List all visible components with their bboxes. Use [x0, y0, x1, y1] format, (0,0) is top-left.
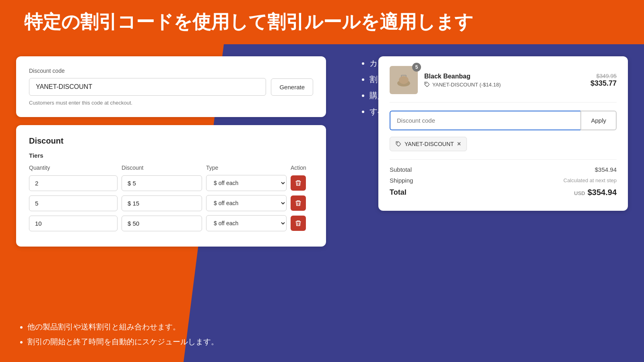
quantity-input-2[interactable]	[29, 195, 118, 211]
product-row: 5 Black Beanbag YANET-DISCOUNT (-$14.18)…	[390, 66, 617, 103]
original-price: $349.95	[590, 73, 617, 79]
discount-input-1[interactable]	[122, 175, 202, 191]
product-pricing: $349.95 $335.77	[590, 73, 617, 88]
discount-input-2[interactable]	[122, 195, 202, 211]
col-action: Action	[291, 165, 323, 171]
svg-point-6	[397, 142, 398, 143]
col-quantity: Quantity	[29, 165, 118, 171]
product-image-wrapper: 5	[390, 66, 418, 94]
helper-text: Customers must enter this code at checko…	[29, 100, 313, 106]
delete-button-3[interactable]	[291, 216, 306, 231]
type-select-3[interactable]: $ off each % off each	[206, 215, 287, 231]
discount-code-input[interactable]	[29, 78, 266, 96]
bottom-feature-2: 割引の開始と終了時間を自動的にスケジュールします。	[27, 335, 219, 348]
product-name: Black Beanbag	[424, 73, 584, 80]
delete-button-2[interactable]	[291, 195, 306, 211]
total-amount: $354.94	[588, 188, 617, 197]
bottom-feature-1: 他の製品割引や送料割引と組み合わせます。	[27, 321, 219, 333]
product-info: Black Beanbag YANET-DISCOUNT (-$14.18)	[424, 73, 584, 88]
applied-discount-code: YANET-DISCOUNT	[405, 141, 454, 147]
bottom-features: 他の製品割引や送料割引と組み合わせます。 割引の開始と終了時間を自動的にスケジュ…	[16, 321, 219, 350]
discount-card: Discount Tiers Quantity Discount Type Ac…	[16, 125, 326, 247]
header: 特定の割引コードを使用して割引ルールを適用します	[0, 0, 644, 44]
apply-button[interactable]: Apply	[580, 111, 617, 130]
table-row: $ off each % off each	[29, 175, 313, 191]
discount-input-3[interactable]	[122, 216, 202, 231]
currency-label: USD	[574, 190, 585, 196]
totals: Subtotal $354.94 Shipping Calculated at …	[390, 159, 617, 197]
shipping-row: Shipping Calculated at next step	[390, 177, 617, 184]
discount-code-card: Discount code Generate Customers must en…	[16, 56, 326, 117]
discounted-price: $335.77	[590, 79, 617, 88]
discount-input-row: Apply	[390, 111, 617, 130]
remove-discount-button[interactable]: ×	[457, 140, 461, 148]
table-row: $ off each % off each	[29, 215, 313, 231]
grand-total-row: Total USD$354.94	[390, 188, 617, 197]
subtotal-value: $354.94	[595, 166, 617, 173]
right-panel: カスタムコードを使用して割引を取得します。 割引率または固定金額で割引を設定しま…	[342, 44, 644, 362]
svg-point-1	[399, 76, 409, 84]
grand-total-value: USD$354.94	[574, 188, 617, 197]
subtotal-row: Subtotal $354.94	[390, 166, 617, 173]
product-discount-info: YANET-DISCOUNT (-$14.18)	[424, 82, 584, 88]
product-badge: 5	[412, 63, 421, 72]
col-type: Type	[206, 165, 287, 171]
type-select-2[interactable]: $ off each % off each	[206, 195, 287, 211]
tiers-label: Tiers	[29, 152, 313, 159]
table-header: Quantity Discount Type Action	[29, 165, 313, 171]
cart-discount-input[interactable]	[390, 111, 580, 130]
shipping-label: Shipping	[390, 177, 413, 184]
grand-total-label: Total	[390, 188, 407, 197]
page-title: 特定の割引コードを使用して割引ルールを適用します	[24, 10, 473, 35]
delete-button-1[interactable]	[291, 175, 306, 191]
quantity-input-3[interactable]	[29, 216, 118, 231]
product-discount-code-text: YANET-DISCOUNT (-$14.18)	[432, 82, 501, 88]
table-row: $ off each % off each	[29, 195, 313, 211]
cart-card: 5 Black Beanbag YANET-DISCOUNT (-$14.18)…	[378, 56, 628, 211]
svg-point-5	[425, 83, 426, 84]
discount-code-label: Discount code	[29, 68, 313, 74]
subtotal-label: Subtotal	[390, 166, 412, 173]
main-content: Discount code Generate Customers must en…	[0, 44, 644, 362]
col-discount: Discount	[122, 165, 202, 171]
discount-card-title: Discount	[29, 136, 313, 146]
generate-button[interactable]: Generate	[271, 78, 313, 96]
type-select-1[interactable]: $ off each % off each	[206, 175, 287, 191]
quantity-input-1[interactable]	[29, 175, 118, 191]
applied-discount-tag: YANET-DISCOUNT ×	[390, 137, 467, 151]
discount-code-row: Generate	[29, 78, 313, 96]
shipping-value: Calculated at next step	[564, 177, 617, 183]
left-panel: Discount code Generate Customers must en…	[0, 44, 342, 362]
